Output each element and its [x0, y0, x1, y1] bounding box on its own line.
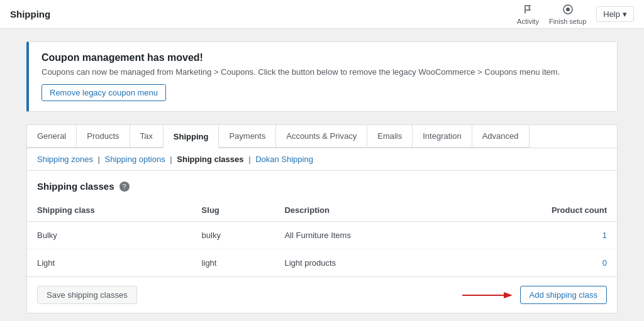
table-body: BulkybulkyAll Furniture Items1Lightlight… — [27, 222, 617, 277]
remove-legacy-coupon-button[interactable]: Remove legacy coupon menu — [42, 84, 166, 101]
cell-product-count[interactable]: 1 — [602, 231, 607, 240]
arrow-icon — [462, 289, 513, 302]
table-row: BulkybulkyAll Furniture Items1 — [27, 222, 617, 249]
cell-class: Light — [27, 249, 192, 277]
col-shipping-class: Shipping class — [27, 199, 192, 222]
col-product-count: Product count — [457, 199, 617, 222]
flag-icon — [523, 4, 534, 16]
table-head: Shipping class Slug Description Product … — [27, 199, 617, 222]
shipping-table: Shipping class Slug Description Product … — [27, 199, 617, 276]
subnav-separator-1: | — [98, 155, 103, 164]
tab-general[interactable]: General — [27, 125, 77, 148]
circle-icon — [562, 4, 574, 16]
subnav-dokan-shipping[interactable]: Dokan Shipping — [255, 155, 313, 164]
cell-description: Light products — [274, 249, 457, 277]
cell-slug: bulky — [192, 222, 275, 249]
page-title: Shipping — [10, 9, 50, 19]
top-bar-actions: Activity Finish setup Help ▾ — [517, 4, 634, 25]
table-header-row: Shipping class Slug Description Product … — [27, 199, 617, 222]
page-body: Shipping zones | Shipping options | Ship… — [26, 148, 618, 313]
table-row: LightlightLight products0 — [27, 249, 617, 277]
cell-description: All Furniture Items — [274, 222, 457, 249]
sub-nav: Shipping zones | Shipping options | Ship… — [27, 148, 617, 171]
subnav-separator-2: | — [170, 155, 174, 164]
tab-shipping[interactable]: Shipping — [164, 126, 219, 148]
table-footer: Save shipping classes Add shipping class — [27, 276, 617, 313]
subnav-shipping-zones[interactable]: Shipping zones — [37, 155, 93, 164]
save-shipping-classes-button[interactable]: Save shipping classes — [37, 286, 137, 304]
top-bar: Shipping Activity Finish setup Help ▾ — [0, 0, 644, 29]
tab-products[interactable]: Products — [77, 125, 130, 148]
col-description: Description — [274, 199, 457, 222]
svg-marker-3 — [504, 292, 513, 298]
notice-title: Coupon management has moved! — [42, 52, 604, 63]
cell-class: Bulky — [27, 222, 192, 249]
tabs-container: GeneralProductsTaxShippingPaymentsAccoun… — [26, 124, 618, 148]
main-content: Coupon management has moved! Coupons can… — [14, 29, 630, 321]
help-label: Help — [603, 9, 620, 19]
subnav-shipping-options[interactable]: Shipping options — [105, 155, 165, 164]
subnav-separator-3: | — [248, 155, 253, 164]
activity-label: Activity — [517, 18, 539, 25]
col-slug: Slug — [192, 199, 275, 222]
section-help-icon[interactable]: ? — [119, 182, 130, 192]
section-header: Shipping classes ? — [27, 171, 617, 192]
section-title: Shipping classes — [37, 181, 114, 192]
finish-setup-button[interactable]: Finish setup — [549, 4, 586, 25]
notice-text: Coupons can now be managed from Marketin… — [42, 67, 604, 77]
tab-emails[interactable]: Emails — [367, 125, 413, 148]
tab-tax[interactable]: Tax — [130, 125, 164, 148]
finish-setup-label: Finish setup — [549, 18, 586, 25]
svg-point-1 — [566, 8, 570, 11]
add-btn-area: Add shipping class — [462, 286, 607, 304]
tab-payments[interactable]: Payments — [219, 125, 276, 148]
cell-slug: light — [192, 249, 275, 277]
activity-button[interactable]: Activity — [517, 4, 539, 25]
tab-integration[interactable]: Integration — [413, 125, 472, 148]
help-button[interactable]: Help ▾ — [596, 6, 634, 22]
cell-product-count[interactable]: 0 — [602, 258, 607, 268]
chevron-down-icon: ▾ — [623, 9, 627, 19]
add-shipping-class-button[interactable]: Add shipping class — [520, 286, 607, 304]
tab-advanced[interactable]: Advanced — [472, 125, 530, 148]
subnav-current: Shipping classes — [177, 155, 243, 164]
tab-accounts-privacy[interactable]: Accounts & Privacy — [276, 125, 367, 148]
notice-banner: Coupon management has moved! Coupons can… — [26, 41, 618, 112]
